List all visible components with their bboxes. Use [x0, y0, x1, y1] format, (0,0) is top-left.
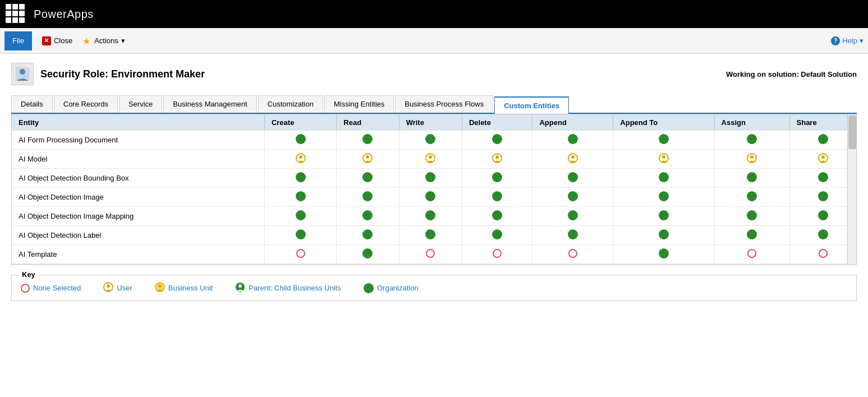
- tab-customization[interactable]: Customization: [258, 95, 323, 113]
- cell-assign[interactable]: [714, 245, 789, 264]
- toolbar: File ✕ Close ★ Actions ▾ ? Help ▾: [0, 28, 868, 54]
- waffle-icon[interactable]: [6, 4, 26, 24]
- cell-read[interactable]: [337, 207, 399, 226]
- tab-service[interactable]: Service: [119, 95, 162, 113]
- key-parent: Parent: Child Business Units: [235, 282, 341, 294]
- close-icon: ✕: [42, 36, 51, 45]
- help-button[interactable]: ? Help ▾: [831, 36, 864, 45]
- cell-read[interactable]: [337, 226, 399, 245]
- tabs: Details Core Records Service Business Ma…: [11, 95, 857, 114]
- cell-append[interactable]: [532, 131, 613, 150]
- actions-star-icon: ★: [81, 36, 91, 46]
- cell-assign[interactable]: [714, 207, 789, 226]
- svg-point-21: [158, 284, 162, 288]
- cell-create[interactable]: [264, 188, 336, 207]
- cell-append[interactable]: [532, 188, 613, 207]
- cell-create[interactable]: [264, 207, 336, 226]
- actions-dropdown-icon: ▾: [121, 36, 125, 45]
- cell-assign[interactable]: [714, 169, 789, 188]
- cell-delete[interactable]: [462, 245, 532, 264]
- cell-create[interactable]: [264, 245, 336, 264]
- cell-create[interactable]: [264, 169, 336, 188]
- cell-assign[interactable]: [714, 188, 789, 207]
- cell-append[interactable]: [532, 207, 613, 226]
- parent-icon: [235, 282, 245, 294]
- tab-business-process-flows[interactable]: Business Process Flows: [395, 95, 493, 113]
- cell-write[interactable]: [399, 245, 462, 264]
- svg-point-13: [662, 155, 665, 159]
- tab-missing-entities[interactable]: Missing Entities: [324, 95, 394, 113]
- cell-assign[interactable]: [714, 131, 789, 150]
- cell-entity: AI Template: [12, 245, 264, 264]
- cell-delete[interactable]: [462, 226, 532, 245]
- cell-write[interactable]: [399, 188, 462, 207]
- cell-write[interactable]: [399, 169, 462, 188]
- cell-append[interactable]: [532, 226, 613, 245]
- key-organization: Organization: [364, 283, 419, 293]
- cell-append_to[interactable]: [613, 207, 714, 226]
- cell-delete[interactable]: [462, 188, 532, 207]
- col-append: Append: [532, 114, 613, 131]
- cell-write[interactable]: [399, 150, 462, 169]
- cell-share[interactable]: [789, 150, 856, 169]
- cell-delete[interactable]: [462, 207, 532, 226]
- cell-delete[interactable]: [462, 131, 532, 150]
- tab-core-records[interactable]: Core Records: [54, 95, 118, 113]
- key-items: None Selected User: [21, 282, 847, 294]
- cell-append[interactable]: [532, 150, 613, 169]
- svg-point-11: [571, 155, 575, 159]
- cell-append_to[interactable]: [613, 131, 714, 150]
- cell-assign[interactable]: [714, 226, 789, 245]
- cell-share[interactable]: [789, 226, 856, 245]
- cell-read[interactable]: [337, 150, 399, 169]
- cell-share[interactable]: [789, 131, 856, 150]
- cell-delete[interactable]: [462, 169, 532, 188]
- page-title: Security Role: Environment Maker: [40, 68, 205, 80]
- cell-delete[interactable]: [462, 150, 532, 169]
- cell-entity: AI Object Detection Bounding Box: [12, 169, 264, 188]
- table-row: AI Form Processing Document: [12, 131, 856, 150]
- business-unit-label: Business Unit: [168, 284, 213, 292]
- cell-create[interactable]: [264, 150, 336, 169]
- business-unit-icon: [155, 282, 165, 294]
- cell-append[interactable]: [532, 245, 613, 264]
- actions-button[interactable]: ★ Actions ▾: [77, 31, 130, 50]
- cell-read[interactable]: [337, 188, 399, 207]
- cell-append_to[interactable]: [613, 188, 714, 207]
- cell-write[interactable]: [399, 226, 462, 245]
- cell-append_to[interactable]: [613, 169, 714, 188]
- cell-append_to[interactable]: [613, 150, 714, 169]
- cell-append_to[interactable]: [613, 226, 714, 245]
- app-title: PowerApps: [34, 8, 94, 21]
- cell-create[interactable]: [264, 226, 336, 245]
- help-label: Help: [842, 36, 857, 45]
- cell-create[interactable]: [264, 131, 336, 150]
- none-icon: [21, 284, 30, 293]
- cell-entity: AI Form Processing Document: [12, 131, 264, 150]
- tab-details[interactable]: Details: [11, 95, 53, 113]
- col-share: Share: [789, 114, 856, 131]
- cell-share[interactable]: [789, 207, 856, 226]
- close-button[interactable]: ✕ Close: [38, 31, 77, 50]
- key-business-unit: Business Unit: [155, 282, 213, 294]
- cell-append_to[interactable]: [613, 245, 714, 264]
- tab-business-management[interactable]: Business Management: [163, 95, 256, 113]
- cell-share[interactable]: [789, 188, 856, 207]
- table-row: AI Object Detection Bounding Box: [12, 169, 856, 188]
- cell-write[interactable]: [399, 207, 462, 226]
- cell-assign[interactable]: [714, 150, 789, 169]
- scrollbar[interactable]: [847, 114, 856, 264]
- cell-read[interactable]: [337, 169, 399, 188]
- cell-share[interactable]: [789, 169, 856, 188]
- page-title-area: Security Role: Environment Maker: [11, 63, 205, 85]
- cell-read[interactable]: [337, 245, 399, 264]
- cell-read[interactable]: [337, 131, 399, 150]
- col-append-to: Append To: [613, 114, 714, 131]
- cell-share[interactable]: [789, 245, 856, 264]
- tab-custom-entities[interactable]: Custom Entities: [494, 96, 569, 114]
- col-write: Write: [399, 114, 462, 131]
- help-icon: ?: [831, 36, 840, 45]
- cell-append[interactable]: [532, 169, 613, 188]
- file-button[interactable]: File: [4, 31, 32, 50]
- cell-write[interactable]: [399, 131, 462, 150]
